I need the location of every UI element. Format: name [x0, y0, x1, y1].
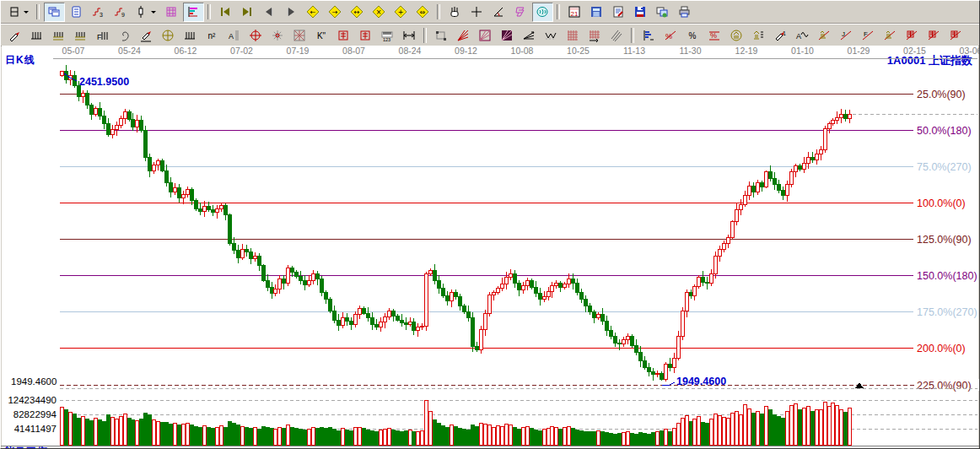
- notepad-icon[interactable]: [608, 3, 629, 22]
- chart-3-icon[interactable]: 3: [88, 3, 109, 22]
- volume-bar: [555, 427, 558, 445]
- f-angle-icon[interactable]: F: [858, 25, 879, 45]
- volume-bar: [103, 421, 106, 445]
- scroll-left-icon[interactable]: ←: [303, 3, 324, 22]
- cycle-cross-icon[interactable]: [245, 25, 267, 45]
- gann-box-icon[interactable]: [289, 25, 310, 45]
- fan-box2-icon[interactable]: [497, 25, 518, 45]
- si-angle-icon[interactable]: [945, 25, 967, 45]
- volume-profile-icon[interactable]: [183, 3, 204, 22]
- candle-body: [559, 284, 563, 287]
- candle-body: [848, 114, 852, 119]
- first-page-icon[interactable]: [215, 3, 236, 22]
- brush-tool-icon[interactable]: [4, 25, 25, 45]
- measure-pen-icon[interactable]: [136, 25, 157, 45]
- price-grid-icon[interactable]: [563, 25, 584, 45]
- volume-bar: [836, 406, 839, 445]
- volume-scale-label: 124234490: [8, 395, 57, 405]
- crosshair-icon[interactable]: [466, 3, 487, 22]
- starburst-icon[interactable]: [267, 25, 288, 45]
- grid-arrow-icon[interactable]: [584, 25, 606, 45]
- volume-bar: [765, 407, 768, 445]
- candle-body: [606, 322, 609, 331]
- box-select-icon[interactable]: [431, 25, 452, 45]
- zoom-horizontal-icon[interactable]: ↔: [347, 3, 368, 22]
- volume-bar: [86, 419, 89, 445]
- candle-body: [757, 183, 760, 192]
- zigzag-icon[interactable]: [541, 25, 562, 45]
- volume-bar: [291, 427, 294, 445]
- candle-body: [589, 306, 592, 311]
- candle-body: [547, 291, 551, 296]
- shen-angle-icon[interactable]: [902, 25, 923, 45]
- angle-measure-icon[interactable]: [488, 3, 509, 22]
- n-squared-icon[interactable]: n²: [202, 25, 223, 45]
- volume-bar: [627, 432, 630, 445]
- gold-circle-icon[interactable]: [726, 25, 747, 45]
- candle-style-button[interactable]: [132, 3, 160, 22]
- k-mark-icon[interactable]: K": [311, 25, 332, 45]
- volume-bar: [325, 429, 328, 445]
- calculator-icon[interactable]: [586, 3, 607, 22]
- chart-canvas[interactable]: 05-0705-2406-1207-0207-1908-0708-2409-12…: [1, 45, 980, 449]
- volume-bar: [610, 434, 613, 445]
- volume-bar: [229, 421, 232, 445]
- gold-red-icon[interactable]: [814, 25, 835, 45]
- drag-hand-icon[interactable]: [444, 3, 466, 22]
- shen-tool-icon[interactable]: [333, 25, 354, 45]
- percent-strike-icon[interactable]: %: [660, 25, 681, 45]
- dynamic-quote-icon[interactable]: [161, 3, 182, 22]
- smart-analysis-icon[interactable]: [532, 3, 553, 22]
- magic-tool-icon[interactable]: [510, 3, 531, 22]
- bar-compare-icon[interactable]: [638, 25, 660, 45]
- candle-body: [497, 288, 500, 293]
- j-angle-icon[interactable]: J: [836, 25, 857, 45]
- ray-lines-icon[interactable]: [519, 25, 540, 45]
- volume-bar: [773, 414, 777, 445]
- period-selector-button[interactable]: [4, 3, 33, 22]
- screen-copy-icon[interactable]: [652, 3, 673, 22]
- tile-windows-icon[interactable]: [44, 3, 65, 22]
- width-measure-icon[interactable]: [399, 25, 420, 45]
- grid-lines-icon[interactable]: [26, 25, 47, 45]
- next-page-icon[interactable]: [281, 3, 302, 22]
- scroll-right-icon[interactable]: →: [325, 3, 346, 22]
- last-page-icon[interactable]: [237, 3, 258, 22]
- gold-angle-icon[interactable]: [880, 25, 901, 45]
- candle-body: [295, 272, 299, 277]
- channel-line-icon[interactable]: A: [223, 25, 245, 45]
- time-circle-icon[interactable]: [158, 25, 179, 45]
- volume-bar: [820, 410, 823, 445]
- chart-9-icon[interactable]: 9: [110, 3, 131, 22]
- spiral-icon[interactable]: [114, 25, 135, 45]
- volume-bar: [547, 429, 551, 445]
- save-icon[interactable]: [630, 3, 651, 22]
- percent-line-icon[interactable]: %: [704, 25, 725, 45]
- time-hatch-icon[interactable]: [180, 25, 201, 45]
- volume-bar: [161, 423, 164, 445]
- compress-view-icon[interactable]: ⇔: [412, 3, 433, 22]
- volume-scale-label: 82822994: [13, 409, 57, 419]
- parallel-lines-icon[interactable]: [606, 25, 627, 45]
- info-report-icon[interactable]: [66, 3, 87, 22]
- ying-angle-icon[interactable]: [923, 25, 945, 45]
- pen-one-icon[interactable]: 1: [770, 25, 791, 45]
- wave-channel-icon[interactable]: A: [792, 25, 813, 45]
- volume-bar: [90, 420, 94, 445]
- gold-section-icon[interactable]: [48, 25, 69, 45]
- gold-section2-icon[interactable]: [70, 25, 91, 45]
- svg-text:F: F: [864, 30, 868, 38]
- percent-icon[interactable]: %: [682, 25, 703, 45]
- expand-all-icon[interactable]: ×: [369, 3, 390, 22]
- gold-lines-icon[interactable]: [748, 25, 769, 45]
- calendar-icon[interactable]: 21: [564, 3, 585, 22]
- fibonacci-lines-icon[interactable]: F: [92, 25, 113, 45]
- gann-fan-icon[interactable]: [453, 25, 474, 45]
- fan-box-icon[interactable]: [475, 25, 496, 45]
- prev-page-icon[interactable]: [259, 3, 280, 22]
- pan-view-icon[interactable]: +: [390, 3, 412, 22]
- ruler-123-icon[interactable]: 123: [377, 25, 398, 45]
- ying-tool-icon[interactable]: [355, 25, 376, 45]
- candle-body: [82, 94, 85, 97]
- print-icon[interactable]: [674, 3, 695, 22]
